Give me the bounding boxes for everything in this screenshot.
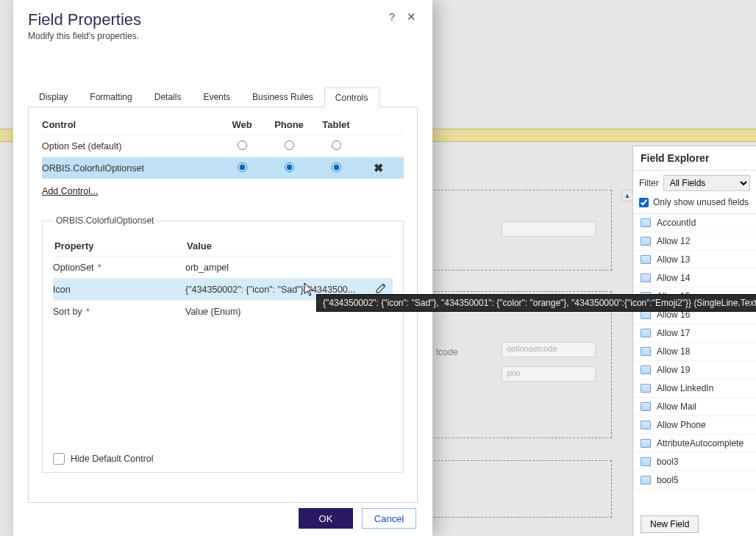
field-explorer-list: AccountIdAllow 12Allow 13Allow 14Allow 1…: [633, 214, 756, 508]
field-icon: [641, 329, 651, 337]
tab-controls[interactable]: Controls: [324, 87, 379, 107]
field-icon: [641, 384, 651, 393]
tab-formatting[interactable]: Formatting: [79, 87, 143, 107]
col-phone: Phone: [265, 119, 313, 130]
field-explorer-item-label: Allow 13: [657, 254, 690, 265]
field-explorer-item[interactable]: Allow 13: [633, 251, 756, 269]
field-icon: [641, 274, 651, 282]
scroll-up-icon[interactable]: ▲: [621, 190, 633, 201]
bg-scrollbar[interactable]: ▲: [621, 190, 633, 528]
property-name: Icon: [53, 285, 185, 295]
field-explorer-item-label: Allow Mail: [657, 401, 696, 412]
field-explorer-item-label: Allow 18: [657, 346, 690, 357]
dialog-subtitle: Modify this field's properties.: [28, 31, 379, 41]
property-name: Sort by *: [53, 307, 185, 317]
field-explorer-item-label: Allow 12: [657, 236, 690, 246]
dialog-title: Field Properties: [28, 10, 379, 29]
field-explorer-item-label: bool3: [657, 457, 678, 467]
col-web: Web: [218, 119, 265, 130]
field-icon: [641, 421, 651, 429]
field-explorer-item[interactable]: bool3: [633, 453, 756, 471]
field-icon: [641, 255, 651, 264]
cancel-button[interactable]: Cancel: [362, 508, 416, 529]
field-icon: [641, 439, 651, 448]
property-name: OptionSet *: [53, 262, 185, 273]
field-explorer-item[interactable]: Allow 14: [633, 269, 756, 287]
background-form-area: tcode optionsetcode prio: [427, 190, 618, 528]
field-explorer-item-label: Allow 17: [657, 328, 690, 338]
filter-select[interactable]: All Fields: [663, 175, 750, 191]
control-row[interactable]: Option Set (default): [42, 135, 404, 157]
new-field-button[interactable]: New Field: [641, 515, 699, 533]
field-explorer-item[interactable]: Allow 12: [633, 232, 756, 251]
control-name: ORBIS.ColorfulOptionset: [42, 163, 218, 174]
property-group-legend: ORBIS.ColorfulOptionset: [53, 215, 157, 226]
property-value: orb_ampel: [185, 262, 369, 273]
field-icon: [641, 218, 651, 227]
tabs: DisplayFormattingDetailsEventsBusiness R…: [28, 87, 418, 107]
control-property-group: ORBIS.ColorfulOptionset Property Value O…: [42, 215, 404, 473]
ok-button[interactable]: OK: [299, 508, 353, 529]
tab-details[interactable]: Details: [143, 87, 193, 107]
radio-tablet[interactable]: [332, 140, 341, 150]
field-explorer-item[interactable]: Allow 18: [633, 343, 756, 361]
field-icon: [641, 365, 651, 374]
field-explorer-item-label: Allow 19: [657, 365, 690, 375]
field-properties-dialog: Field Properties Modify this field's pro…: [13, 0, 432, 536]
field-explorer-item[interactable]: bool5: [633, 471, 756, 490]
radio-web[interactable]: [238, 140, 247, 150]
tab-events[interactable]: Events: [192, 87, 241, 107]
tooltip: {"434350002": {"icon": "Sad"}, "43435000…: [316, 294, 756, 312]
field-icon: [641, 347, 651, 356]
field-explorer-item[interactable]: AccountId: [633, 214, 756, 232]
field-explorer-item[interactable]: Allow Phone: [633, 416, 756, 435]
field-icon: [641, 237, 651, 246]
tab-display[interactable]: Display: [28, 87, 79, 107]
field-explorer-item[interactable]: Allow 17: [633, 324, 756, 343]
field-explorer-item-label: Allow Phone: [657, 420, 706, 430]
property-row[interactable]: OptionSet *orb_ampel: [53, 256, 393, 278]
field-explorer-item-label: bool5: [657, 475, 678, 485]
radio-phone[interactable]: [285, 162, 294, 172]
filter-label: Filter: [639, 178, 659, 188]
field-icon: [641, 402, 651, 411]
field-icon: [641, 476, 651, 485]
field-explorer-item[interactable]: AttributeAutocomplete: [633, 435, 756, 453]
field-explorer-item-label: Allow 14: [657, 273, 690, 283]
property-value: {"434350002": {"icon": "Sad"}, "4343500.…: [185, 285, 369, 295]
field-explorer-item-label: AccountId: [657, 218, 696, 228]
tab-business-rules[interactable]: Business Rules: [241, 87, 324, 107]
field-explorer-item[interactable]: Allow 19: [633, 361, 756, 379]
field-explorer-panel: Field Explorer Filter All Fields Only sh…: [632, 146, 756, 536]
bg-field-prio: prio: [502, 366, 596, 382]
col-property: Property: [54, 240, 187, 251]
radio-web[interactable]: [238, 162, 247, 172]
close-icon[interactable]: ✕: [404, 10, 418, 24]
help-icon[interactable]: ?: [385, 10, 399, 24]
delete-control-icon[interactable]: ✖: [374, 161, 383, 175]
field-icon: [641, 457, 651, 466]
only-unused-label: Only show unused fields: [653, 197, 749, 207]
only-unused-checkbox[interactable]: [639, 198, 649, 207]
hide-default-label: Hide Default Control: [71, 454, 154, 464]
radio-tablet[interactable]: [332, 162, 341, 172]
col-value: Value: [187, 240, 368, 251]
bg-field-optionsetcode: optionsetcode: [502, 342, 596, 357]
field-explorer-item-label: AttributeAutocomplete: [657, 438, 743, 449]
field-explorer-item[interactable]: Allow Mail: [633, 398, 756, 416]
col-tablet: Tablet: [313, 119, 360, 130]
add-control-link[interactable]: Add Control...: [42, 186, 98, 196]
bg-field-label-code: tcode: [436, 347, 457, 357]
field-explorer-item-label: Allow LinkedIn: [657, 383, 713, 393]
hide-default-checkbox[interactable]: [53, 453, 65, 465]
col-control: Control: [42, 119, 218, 130]
control-name: Option Set (default): [42, 141, 218, 151]
control-row[interactable]: ORBIS.ColorfulOptionset✖: [42, 157, 404, 179]
radio-phone[interactable]: [285, 140, 294, 150]
field-explorer-title: Field Explorer: [633, 146, 756, 171]
field-explorer-item[interactable]: Allow LinkedIn: [633, 379, 756, 398]
